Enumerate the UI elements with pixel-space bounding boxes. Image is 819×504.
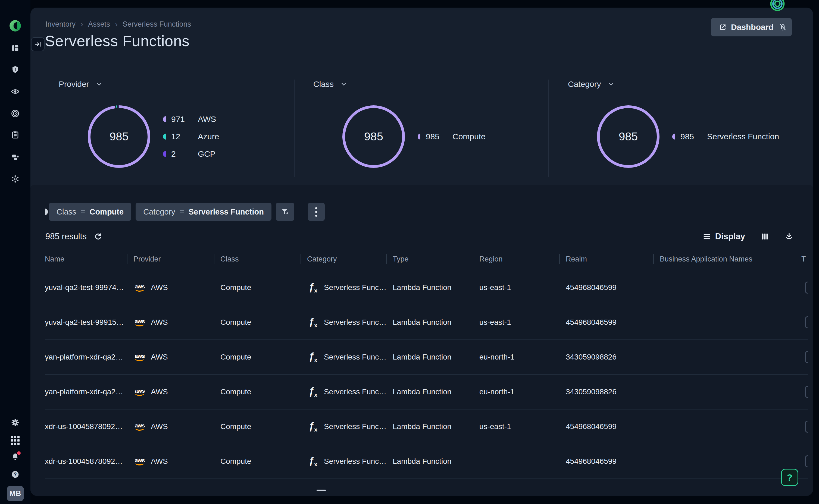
column-header-region[interactable]: Region <box>473 255 559 263</box>
table-row[interactable]: yuval-qa2-test-99915… aws AWS Compute ƒx… <box>45 305 808 340</box>
column-header-category[interactable]: Category <box>300 255 386 263</box>
region-label: us-east-1 <box>479 422 511 431</box>
alerts-shield-icon[interactable] <box>0 65 30 74</box>
serverless-function-fx-icon: ƒx <box>307 351 319 363</box>
asset-name[interactable]: yan-platform-xdr-qa2… <box>45 353 123 361</box>
provider-label: AWS <box>151 422 168 431</box>
user-avatar[interactable]: MB <box>7 486 24 501</box>
asset-name[interactable]: yan-platform-xdr-qa2… <box>45 388 123 396</box>
legend-value: 985 <box>426 132 447 141</box>
aws-provider-icon: aws <box>133 388 146 396</box>
chip-value: Compute <box>89 207 124 216</box>
tags-partial-bracket <box>805 386 808 398</box>
donut-total: 985 <box>596 104 661 169</box>
settings-gear-icon[interactable] <box>0 418 30 427</box>
serverless-function-fx-icon: ƒx <box>307 386 319 398</box>
columns-icon <box>761 232 769 241</box>
dashboards-icon[interactable] <box>0 44 30 52</box>
column-header-business-application-names[interactable]: Business Application Names <box>653 255 795 263</box>
table-body: yuval-qa2-test-99974… aws AWS Compute ƒx… <box>45 270 808 479</box>
legend-item[interactable]: 985Serverless Function <box>672 132 779 141</box>
table-row[interactable]: xdr-us-10045878092… aws AWS Compute ƒx S… <box>45 409 808 444</box>
visibility-eye-icon[interactable] <box>0 87 30 96</box>
category-label: Serverless Func… <box>324 318 386 327</box>
breadcrumb-inventory[interactable]: Inventory <box>45 20 76 29</box>
class-label: Compute <box>220 318 251 327</box>
class-label: Compute <box>220 353 251 361</box>
category-donut[interactable]: 985 <box>596 104 661 169</box>
notifications-bell-icon[interactable] <box>0 452 30 461</box>
chevron-down-icon <box>608 81 615 88</box>
page-title: Serverless Functions <box>45 32 190 50</box>
breadcrumb-assets[interactable]: Assets <box>88 20 110 29</box>
results-count: 985 results <box>45 232 87 241</box>
table-row[interactable]: yan-platform-xdr-qa2… aws AWS Compute ƒx… <box>45 340 808 375</box>
class-label: Compute <box>220 388 251 396</box>
tags-partial-bracket <box>805 316 808 328</box>
assets-blocks-icon[interactable] <box>0 153 30 161</box>
connections-icon[interactable] <box>0 175 30 183</box>
legend-item[interactable]: 971AWS <box>163 115 219 124</box>
aws-provider-icon: aws <box>133 283 146 292</box>
columns-button[interactable] <box>761 232 769 241</box>
class-label: Compute <box>220 457 251 466</box>
provider-label: AWS <box>151 318 168 327</box>
tags-partial-bracket <box>805 455 808 467</box>
aws-provider-icon: aws <box>133 353 146 361</box>
table-row[interactable]: yuval-qa2-test-99974… aws AWS Compute ƒx… <box>45 270 808 305</box>
more-options-button[interactable] <box>308 203 325 221</box>
filter-chip-category[interactable]: Category = Serverless Function <box>136 203 271 221</box>
column-header-tags-truncated[interactable]: T <box>795 255 808 263</box>
legend-item[interactable]: 12Azure <box>163 132 219 141</box>
column-header-type[interactable]: Type <box>386 255 473 263</box>
legend-label: AWS <box>198 115 216 124</box>
category-legend: 985Serverless Function <box>672 132 779 141</box>
provider-label: AWS <box>151 457 168 466</box>
type-label: Lambda Function <box>392 457 451 466</box>
apps-grid-icon[interactable] <box>0 436 30 445</box>
notification-badge-dot <box>17 451 21 455</box>
column-header-class[interactable]: Class <box>214 255 300 263</box>
target-icon[interactable] <box>0 109 30 118</box>
legend-item[interactable]: 2GCP <box>163 149 219 159</box>
display-button[interactable]: Display <box>703 232 745 241</box>
chip-field: Class <box>56 207 76 216</box>
asset-name[interactable]: yuval-qa2-test-99974… <box>45 283 124 292</box>
column-header-name[interactable]: Name <box>45 255 127 263</box>
filter-chip-class[interactable]: Class = Compute <box>49 203 131 221</box>
brand-logo[interactable] <box>0 20 30 32</box>
help-icon[interactable]: ? <box>0 470 30 478</box>
column-header-realm[interactable]: Realm <box>559 255 653 263</box>
dashboard-button[interactable]: Dashboard <box>711 18 782 36</box>
asset-name[interactable]: xdr-us-10045878092… <box>45 422 123 431</box>
category-chart-selector[interactable]: Category <box>568 80 802 89</box>
realm-label: 454968046599 <box>566 283 617 292</box>
tags-partial-bracket <box>805 421 808 433</box>
class-chart-selector[interactable]: Class <box>313 80 547 89</box>
download-button[interactable] <box>785 232 793 241</box>
provider-donut[interactable]: 985 <box>86 104 152 169</box>
realm-label: 343059098826 <box>566 388 617 396</box>
add-filter-button[interactable] <box>276 203 294 221</box>
chip-operator: = <box>81 207 85 216</box>
class-donut[interactable]: 985 <box>341 104 406 169</box>
asset-name[interactable]: xdr-us-10045878092… <box>45 457 123 466</box>
table-row[interactable]: xdr-us-10045878092… aws AWS Compute ƒx S… <box>45 444 808 479</box>
class-label: Compute <box>220 422 251 431</box>
collapse-panel-button[interactable] <box>31 37 45 51</box>
inventory-clipboard-icon[interactable] <box>0 131 30 139</box>
table-row[interactable]: yan-platform-xdr-qa2… aws AWS Compute ƒx… <box>45 375 808 409</box>
column-header-provider[interactable]: Provider <box>127 255 214 263</box>
refresh-button[interactable] <box>94 232 102 241</box>
filter-bar: Class = Compute Category = Serverless Fu… <box>45 203 325 221</box>
serverless-function-fx-icon: ƒx <box>307 455 319 468</box>
mute-notifications-button[interactable] <box>774 18 792 36</box>
aws-provider-icon: aws <box>133 318 146 326</box>
rings-logo[interactable] <box>769 0 786 12</box>
category-label: Serverless Func… <box>324 457 386 466</box>
asset-name[interactable]: yuval-qa2-test-99915… <box>45 318 124 327</box>
legend-item[interactable]: 985Compute <box>418 132 486 141</box>
type-label: Lambda Function <box>392 283 451 292</box>
help-floating-button[interactable]: ? <box>781 469 798 486</box>
provider-chart-selector[interactable]: Provider <box>59 80 292 89</box>
